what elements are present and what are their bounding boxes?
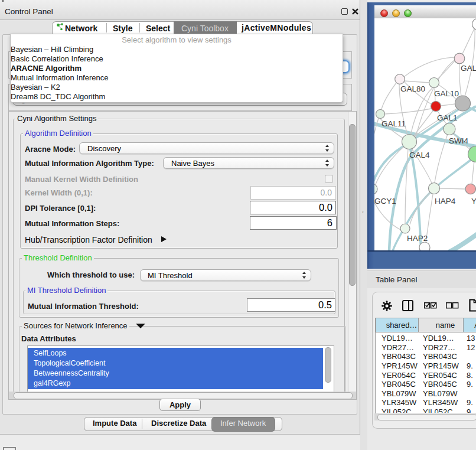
svg-text:GAL4: GAL4 (409, 151, 430, 159)
svg-text:GAL1: GAL1 (437, 113, 458, 122)
svg-text:GAL10: GAL10 (434, 89, 459, 98)
svg-text:GAL11: GAL11 (382, 119, 406, 128)
svg-text:SWI4: SWI4 (449, 136, 468, 145)
svg-text:HAP2: HAP2 (407, 234, 428, 243)
svg-text:GCY1: GCY1 (374, 197, 396, 206)
svg-text:Y: Y (471, 197, 476, 206)
svg-text:HAP4: HAP4 (435, 197, 456, 206)
svg-text:GAL80: GAL80 (400, 84, 425, 93)
svg-text:GAL: GAL (461, 64, 476, 73)
